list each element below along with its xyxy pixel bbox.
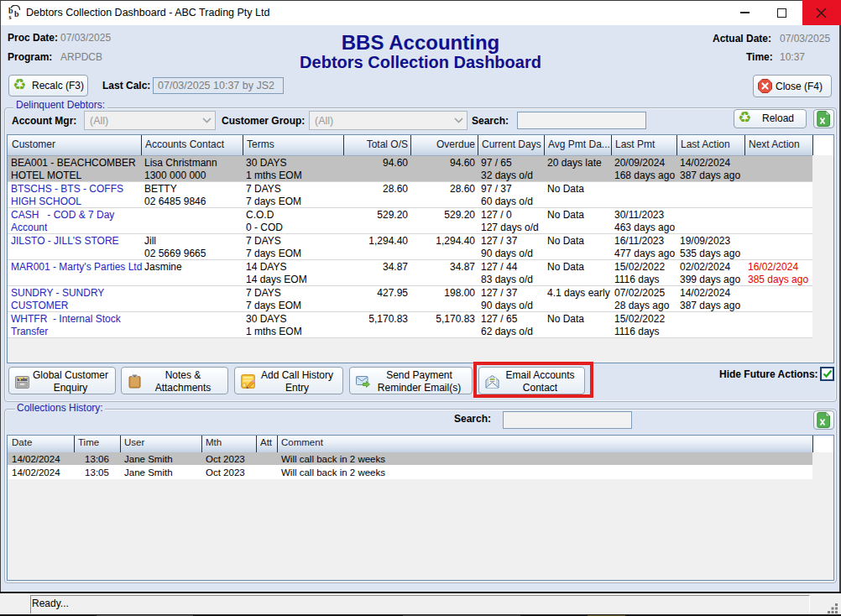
svg-text:b: b	[14, 9, 19, 18]
svg-text:s: s	[9, 13, 12, 20]
